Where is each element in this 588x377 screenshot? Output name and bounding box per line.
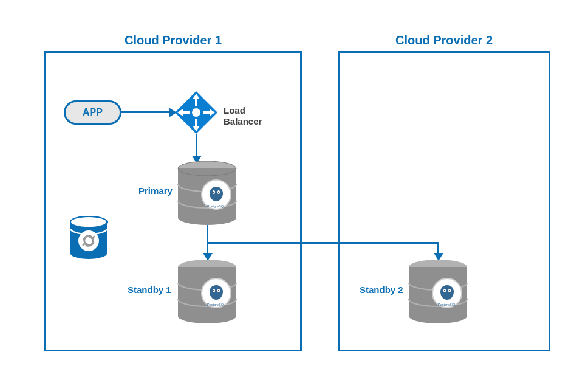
svg-point-18	[218, 192, 219, 193]
standby1-db-icon: PostgreSQL	[177, 260, 237, 323]
svg-point-36	[449, 290, 450, 291]
svg-point-12	[178, 210, 236, 225]
svg-text:PostgreSQL: PostgreSQL	[438, 303, 456, 306]
svg-point-22	[178, 309, 236, 323]
cluster-control-icon	[70, 216, 108, 259]
cloud-provider-1-title: Cloud Provider 1	[46, 33, 300, 47]
app-label: APP	[83, 107, 103, 118]
svg-text:PostgreSQL: PostgreSQL	[207, 303, 225, 306]
primary-label: Primary	[138, 185, 173, 196]
load-balancer-icon	[175, 91, 217, 134]
arrow-primary-down	[207, 225, 208, 243]
arrow-to-standby1	[207, 242, 208, 254]
arrow-app-to-lb	[121, 111, 169, 113]
arrow-fork-horizontal	[207, 242, 439, 244]
standby1-label: Standby 1	[128, 285, 171, 295]
cloud-provider-1-box: Cloud Provider 1	[44, 51, 302, 351]
svg-point-35	[444, 290, 445, 291]
arrow-lb-to-primary	[196, 134, 197, 157]
arrowhead-icon	[169, 108, 177, 117]
primary-db-icon: PostgreSQL	[177, 161, 237, 225]
svg-point-1	[192, 108, 200, 117]
svg-point-27	[218, 290, 219, 291]
app-node: APP	[64, 100, 121, 125]
load-balancer-label: Load Balancer	[224, 105, 262, 127]
svg-point-39	[70, 216, 107, 227]
standby2-label: Standby 2	[360, 285, 403, 295]
svg-point-40	[78, 230, 99, 251]
cloud-provider-2-title: Cloud Provider 2	[340, 33, 549, 47]
standby2-db-icon: PostgreSQL	[408, 260, 468, 323]
svg-text:PostgreSQL: PostgreSQL	[207, 204, 225, 208]
svg-point-26	[213, 290, 214, 291]
svg-point-17	[213, 192, 214, 193]
arrow-to-standby2	[437, 242, 439, 254]
svg-point-31	[409, 309, 467, 323]
